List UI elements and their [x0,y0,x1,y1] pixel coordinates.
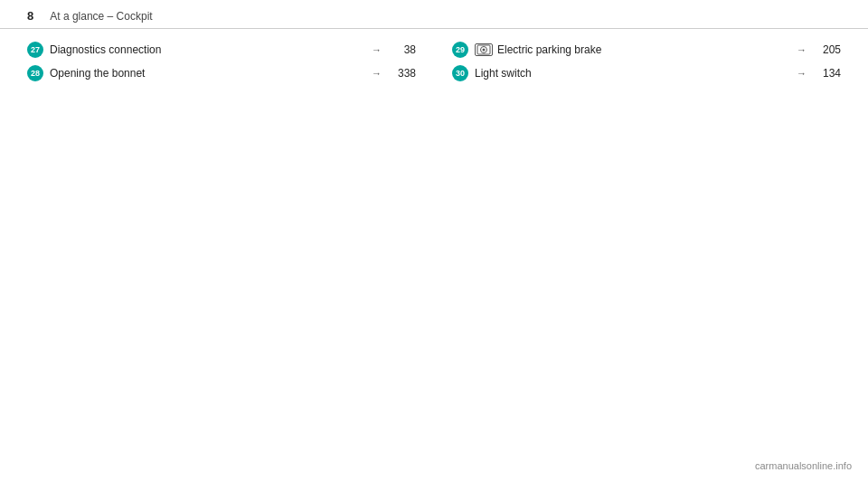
page-ref-205: 205 [814,43,841,56]
right-column: 29 Electric parking brake → 205 30 Light… [452,42,841,89]
table-row: 27 Diagnostics connection → 38 [27,42,416,58]
item-label-bonnet: Opening the bonnet [50,67,364,80]
table-row: 29 Electric parking brake → 205 [452,42,841,58]
item-label-diagnostics: Diagnostics connection [50,43,364,56]
page-ref-134: 134 [814,67,841,80]
page-number: 8 [27,9,33,23]
parking-brake-icon [475,43,493,56]
badge-27: 27 [27,42,43,58]
arrow-icon: → [372,68,382,79]
badge-28: 28 [27,65,43,81]
page-header: 8 At a glance – Cockpit [0,0,868,29]
item-label-light-switch: Light switch [475,67,789,80]
content-area: 27 Diagnostics connection → 38 28 Openin… [0,29,868,89]
svg-point-2 [483,49,486,52]
arrow-icon: → [372,44,382,55]
arrow-icon: → [797,68,807,79]
arrow-icon: → [797,44,807,55]
badge-30: 30 [452,65,468,81]
page-ref-338: 338 [389,67,416,80]
table-row: 30 Light switch → 134 [452,65,841,81]
page-title: At a glance – Cockpit [50,10,152,23]
item-label-parking-brake: Electric parking brake [497,43,789,56]
left-column: 27 Diagnostics connection → 38 28 Openin… [27,42,416,89]
badge-29: 29 [452,42,468,58]
page-ref-38: 38 [389,43,416,56]
watermark: carmanualsonline.info [755,460,852,471]
items-grid: 27 Diagnostics connection → 38 28 Openin… [27,42,841,89]
table-row: 28 Opening the bonnet → 338 [27,65,416,81]
